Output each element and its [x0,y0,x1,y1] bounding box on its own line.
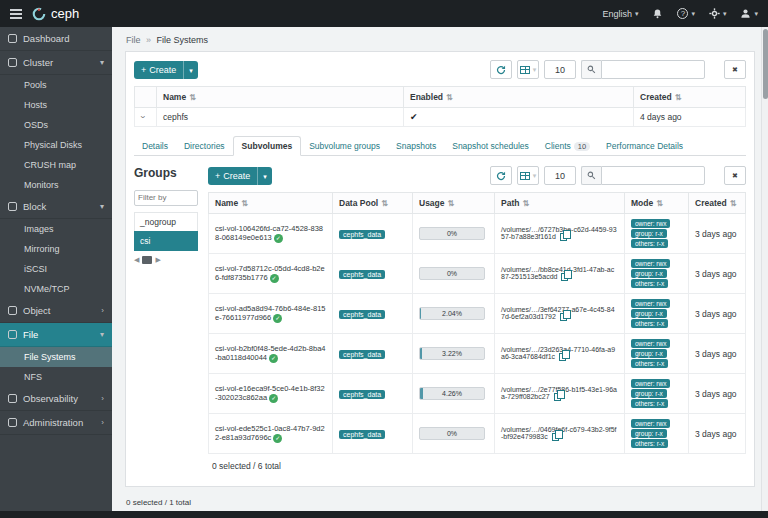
sort-icon[interactable]: ⇅ [241,199,248,208]
sidebar-toggle-button[interactable] [10,9,22,19]
subvolume-row[interactable]: csi-vol-ede525c1-0ac8-47b7-9d22-e81a93d7… [209,414,746,454]
column-header-name[interactable]: Name⇅ [209,193,333,214]
column-toggle-dropdown[interactable]: ▾ [517,60,539,79]
sidebar-item-hosts[interactable]: Hosts [0,95,112,115]
tab-snapshot-schedules[interactable]: Snapshot schedules [444,137,537,155]
tab-directories[interactable]: Directories [176,137,233,155]
subvolume-row[interactable]: csi-vol-e16eca9f-5ce0-4e1b-8f32-302023c8… [209,374,746,414]
page-size-input[interactable] [544,166,576,185]
sidebar-item-cluster[interactable]: Cluster ▾ [0,51,112,75]
sort-icon[interactable]: ⇅ [656,199,663,208]
copy-path-icon[interactable] [552,433,559,441]
help-menu[interactable]: ? ▾ [677,8,695,19]
tab-performance-details[interactable]: Performance Details [598,137,691,155]
copy-path-icon[interactable] [560,233,567,241]
subvolume-row[interactable]: csi-vol-ad5a8d94-76b6-484e-815e-76611977… [209,294,746,334]
search-input[interactable] [601,60,705,79]
create-dropdown-toggle[interactable]: ▾ [183,61,198,79]
column-header-created[interactable]: Created⇅ [689,193,746,214]
group-item-nogroup[interactable]: _nogroup [134,212,198,231]
breadcrumb-parent[interactable]: File [126,35,141,45]
sidebar-item-administration[interactable]: Administration › [0,411,112,435]
sidebar-item-file[interactable]: File ▾ [0,323,112,347]
subvolume-row[interactable]: csi-vol-106426fd-ca72-4528-8388-068149e0… [209,214,746,254]
sidebar-item-mirroring[interactable]: Mirroring [0,239,112,259]
filesystem-row[interactable]: › cephfs ✔ 4 days ago [135,108,746,127]
vertical-scrollbar[interactable] [761,27,768,511]
filesystems-panel: +Create ▾ ▾ [125,51,755,487]
clear-search-button[interactable]: ✖ [724,166,746,185]
settings-menu[interactable]: ▾ [709,8,727,19]
sidebar-item-object[interactable]: Object › [0,299,112,323]
tab-snapshots[interactable]: Snapshots [388,137,444,155]
column-header-data-pool[interactable]: Data Pool⇅ [333,193,413,214]
collapse-row-icon[interactable]: › [138,116,148,119]
brand[interactable]: ceph [32,6,79,21]
page-size-input[interactable] [544,60,576,79]
copy-path-icon[interactable] [554,393,561,401]
user-menu[interactable]: ▾ [740,8,758,19]
sidebar-item-iscsi[interactable]: iSCSI [0,259,112,279]
sidebar-item-pools[interactable]: Pools [0,75,112,95]
column-header-name[interactable]: Name⇅ [157,87,404,108]
language-selector[interactable]: English ▾ [602,9,638,19]
mode-others-badge: others: r-x [631,239,668,248]
column-header-enabled[interactable]: Enabled⇅ [404,87,634,108]
column-header-mode[interactable]: Mode⇅ [625,193,689,214]
sidebar-item-observability[interactable]: Observability › [0,387,112,411]
clear-search-button[interactable]: ✖ [724,60,746,79]
sidebar-item-physical-disks[interactable]: Physical Disks [0,135,112,155]
group-item-csi[interactable]: csi [134,231,198,251]
tab-subvolumes[interactable]: Subvolumes [233,136,302,156]
sort-icon[interactable]: ⇅ [381,199,388,208]
sidebar-item-nvme-tcp[interactable]: NVMe/TCP [0,279,112,299]
copy-path-icon[interactable] [561,273,568,281]
sidebar-item-crush-map[interactable]: CRUSH map [0,155,112,175]
sort-icon[interactable]: ⇅ [675,93,682,102]
clients-count-badge: 10 [574,142,590,151]
sidebar-item-monitors[interactable]: Monitors [0,175,112,195]
tab-details[interactable]: Details [134,137,176,155]
subvolume-row[interactable]: csi-vol-b2bf0f48-5ede-4d2b-8ba4-ba0118d4… [209,334,746,374]
notifications-button[interactable] [652,8,663,19]
refresh-icon [496,65,506,75]
sidebar-item-nfs[interactable]: NFS [0,367,112,387]
sort-icon[interactable]: ⇅ [446,93,453,102]
subvolumes-selection-summary: 0 selected / 6 total [208,454,746,478]
copy-path-icon[interactable] [560,313,567,321]
column-header-path[interactable]: Path⇅ [495,193,625,214]
create-subvolume-button[interactable]: +Create ▾ [208,167,272,185]
filesystem-name: cephfs [157,108,404,127]
column-toggle-dropdown[interactable]: ▾ [517,166,539,185]
groups-filter-input[interactable] [134,190,198,206]
subvolume-row[interactable]: csi-vol-7d58712c-05dd-4cd8-b2e6-fdf8735b… [209,254,746,294]
sidebar-item-label: Dashboard [23,33,69,44]
copy-path-icon[interactable] [559,353,566,361]
chevron-down-icon: ▾ [635,10,639,18]
create-dropdown-toggle[interactable]: ▾ [257,167,272,185]
groups-pagination: ◀ ▶ [134,256,198,264]
scrollbar-thumb[interactable] [763,29,768,99]
refresh-button[interactable] [490,166,512,185]
tab-clients[interactable]: Clients10 [537,137,598,155]
search-input[interactable] [601,166,705,185]
create-filesystem-button[interactable]: +Create ▾ [134,61,198,79]
sidebar-item-osds[interactable]: OSDs [0,115,112,135]
tab-subvolume-groups[interactable]: Subvolume groups [301,137,388,155]
refresh-button[interactable] [490,60,512,79]
mode-owner-badge: owner: rwx [631,419,670,428]
sidebar-item-images[interactable]: Images [0,219,112,239]
sort-icon[interactable]: ⇅ [730,199,737,208]
subvolume-path: /volumes/…/bb8ce41d-3fd1-47ab-ac87-25151… [501,266,614,280]
sidebar-item-dashboard[interactable]: Dashboard [0,27,112,51]
sidebar-item-block[interactable]: Block ▾ [0,195,112,219]
sort-icon[interactable]: ⇅ [189,93,196,102]
chevron-down-icon: ▾ [263,173,267,180]
sort-icon[interactable]: ⇅ [448,199,455,208]
sidebar-item-file-systems[interactable]: File Systems [0,347,112,367]
sort-icon[interactable]: ⇅ [522,199,529,208]
column-header-created[interactable]: Created⇅ [634,87,746,108]
previous-page-icon[interactable]: ◀ [134,256,139,264]
column-header-usage[interactable]: Usage⇅ [413,193,495,214]
next-page-icon[interactable]: ▶ [155,256,160,264]
